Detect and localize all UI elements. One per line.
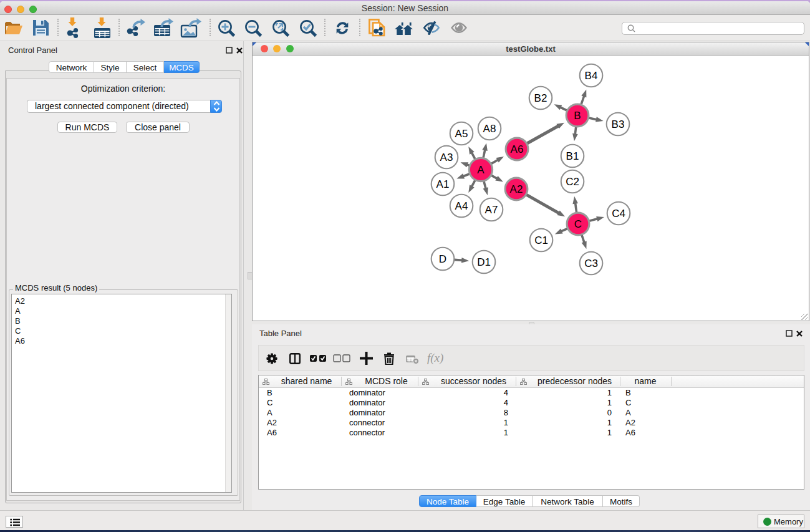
svg-text:B2: B2: [534, 92, 547, 104]
svg-text:B1: B1: [566, 150, 579, 162]
svg-text:B: B: [574, 110, 581, 122]
svg-text:B4: B4: [585, 70, 598, 82]
svg-text:A6: A6: [511, 143, 524, 155]
svg-text:A: A: [477, 164, 485, 176]
svg-text:C: C: [574, 218, 582, 230]
svg-text:A3: A3: [440, 152, 453, 163]
svg-text:A1: A1: [436, 178, 450, 190]
svg-text:A7: A7: [485, 204, 498, 216]
svg-text:C4: C4: [612, 208, 625, 220]
svg-text:A8: A8: [483, 123, 496, 135]
svg-text:B3: B3: [612, 118, 625, 130]
svg-text:D: D: [439, 253, 446, 265]
svg-text:f(x): f(x): [427, 352, 443, 365]
svg-text:C3: C3: [584, 258, 598, 269]
svg-text:D1: D1: [477, 256, 491, 268]
svg-text:C1: C1: [534, 235, 548, 246]
svg-text:A5: A5: [455, 128, 468, 140]
svg-text:A4: A4: [455, 200, 468, 212]
svg-text:A2: A2: [510, 183, 523, 195]
svg-text:C2: C2: [566, 176, 579, 188]
